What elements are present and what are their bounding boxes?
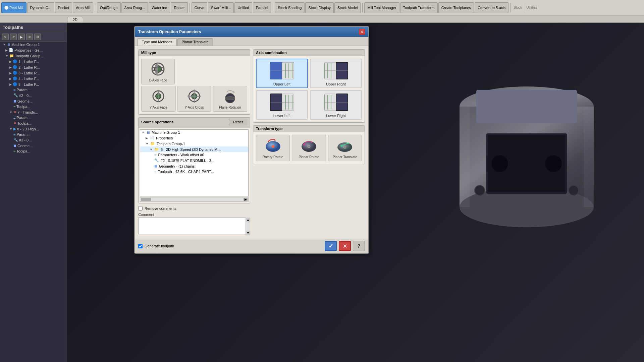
toolbar-btn-unified[interactable]: Unified [234,2,252,13]
l5-expand: ▶ [9,83,12,86]
transform-rotary-rotate[interactable]: Rotary Rotate [256,135,290,161]
tree-properties[interactable]: ▶ 📄 Properties - Ge... [0,47,67,53]
ops-tree-machine-group[interactable]: ▼ 🖥 Machine Group-1 [140,130,248,135]
param3-icon: 🔧 [13,138,18,142]
upper-right-icon [323,61,350,81]
comment-vscroll[interactable]: ▲ ▼ [246,218,250,235]
tree-machine-group[interactable]: ▼ 🖥 Machine Group-1 [0,42,67,47]
ops-tree-op6[interactable]: ▼ 📁 6 - 2D High Speed (2D Dynamic Mi... [140,146,248,152]
sidebar-btn-play[interactable]: ▶ [18,34,25,40]
toolbar-btn-area-rough[interactable]: Area Roug... [121,2,148,13]
toolbar-btn-stock-model[interactable]: Stock Model [334,2,361,13]
ops-tree-op6-tool[interactable]: 🔧 #2 - 0.1875 FLAT ENDMILL - 3... [140,158,248,163]
tree-transform7[interactable]: ▼ ✕ 7 - Transfo... [0,109,67,115]
y-axis-face-icon [150,88,167,104]
tree-toolpath-group[interactable]: ▼ 📁 Toolpath Group... [0,53,67,59]
lathe2-icon: 🔵 [13,65,17,69]
tool1-icon: ≈ [13,105,15,109]
toolbar-btn-create-toolplanes[interactable]: Create Toolplanes [438,2,474,13]
ops-tree-op6-param[interactable]: ≡ Parameters - Work offset #0 [140,152,248,158]
toolbar-btn-stock-display[interactable]: Stock Display [305,2,334,13]
comment-textarea[interactable] [138,218,250,234]
tree-param2[interactable]: 🔧 #2 - 0... [0,93,67,98]
sidebar-btn-settings[interactable]: ⚙ [34,34,41,40]
tree-lathe5[interactable]: ▶ 🔵 5 - Lathe F... [0,81,67,87]
axis-combo-section: Axis combination [253,49,365,123]
tree-geom1[interactable]: ◼ Geome... [0,98,67,104]
tree-tool2[interactable]: ≈ Toolpa... [0,148,67,154]
axis-upper-left[interactable]: Upper Left [256,59,308,88]
dialog-footer: Generate toolpath ✓ ✕ ? [135,239,368,253]
help-button[interactable]: ? [353,241,365,251]
toolbar-btn-stock-shading[interactable]: Stock Shading [275,2,305,13]
axis-lower-left[interactable]: Lower Left [256,90,308,120]
sidebar-btn-cursor[interactable]: ↗ [10,34,17,40]
tree-tool1[interactable]: ≈ Toolpa... [0,104,67,109]
toolbar-btn-pocket[interactable]: Pocket [55,2,72,13]
axis-upper-right[interactable]: Upper Right [310,59,362,88]
ops-props-icon: 📄 [150,136,154,140]
mill-type-plane-rotation[interactable]: Plane Rotation [213,86,247,112]
transform-planar-rotate[interactable]: Planar Rotate [292,135,326,161]
ops-tree-op6-path[interactable]: ≈ Toolpath - 42.6K - CHAP4-PART... [140,169,248,174]
toolbar-btn-swarf-mill[interactable]: Swarf Milli... [208,2,234,13]
mill-type-c-axis-face[interactable]: C-Axis Face [141,59,175,84]
tree-geom2[interactable]: ◼ Geome... [0,143,67,148]
toolbar-btn-raster[interactable]: Raster [171,2,187,13]
toolbar-btn-dynamic-c[interactable]: Dynamic C... [27,2,54,13]
reset-button[interactable]: Reset [229,119,247,125]
comment-section: Comment ▲ ▼ [138,213,250,235]
toolbar-btn-parallel[interactable]: Parallel [253,2,271,13]
cancel-button[interactable]: ✕ [339,241,351,251]
tab-type-methods[interactable]: Type and Methods [138,38,177,46]
tree-param-8[interactable]: ≡ Param... [0,132,67,137]
l1-expand: ▶ [9,60,12,63]
ops-expand-tg: ▼ [146,142,149,145]
toolbar-btn-waterline[interactable]: Waterline [149,2,170,13]
ops-tree-props[interactable]: ▶ 📄 Properties [140,135,248,141]
dialog-two-col: Mill type [138,49,365,235]
transform-planar-translate[interactable]: Planar Translate [328,135,362,161]
ops-expand-op6: ▼ [150,148,153,151]
tree-param-t[interactable]: ≡ Param... [0,115,67,120]
tree-op8[interactable]: ▼ ▶ 8 - 2D High... [0,126,67,132]
sidebar-btn-arrow[interactable]: ↖ [2,34,9,40]
tab-planar-translate[interactable]: Planar Translate [177,38,213,46]
ops-tree-op6-geom[interactable]: ◼ Geometry - (1) chains [140,163,248,169]
source-ops-section: Source operations Reset ▼ 🖥 [138,117,250,203]
toolbar-btn-curve[interactable]: Curve [192,2,207,13]
tree-lathe4[interactable]: ▶ 🔵 4 - Lathe F... [0,76,67,81]
ok-button[interactable]: ✓ [325,241,337,251]
toolbar-btn-optirough[interactable]: OptiRough [97,2,121,13]
tree-param1[interactable]: ≡ Param... [0,87,67,93]
remove-comments-checkbox[interactable] [138,206,143,210]
upper-left-label: Upper Left [273,82,290,86]
source-ops-body: ▼ 🖥 Machine Group-1 ▶ 📄 Properties [139,128,250,203]
toolpath-t-icon: ✕ [13,121,16,125]
source-ops-header-bar: Source operations Reset [139,118,250,128]
ops-tree[interactable]: ▼ 🖥 Machine Group-1 ▶ 📄 Properties [140,129,249,196]
ops-expand-mg: ▼ [142,131,145,134]
tree-lathe1[interactable]: ▶ 🔵 1 - Lathe F... [0,59,67,64]
ops-tree-toolpath-group[interactable]: ▼ 📁 Toolpath Group-1 [140,141,248,146]
source-ops-label: Source operations [141,120,174,124]
tree-param3[interactable]: 🔧 #3 - 0... [0,137,67,143]
generate-toolpath-checkbox[interactable] [138,244,143,248]
tab-2d[interactable]: 2D [67,17,83,22]
tree-lathe3[interactable]: ▶ 🔵 3 - Lathe R... [0,70,67,76]
transform-type-section: Transform type [253,125,365,164]
mill-type-y-axis-cross[interactable]: Y-Axis Cross [177,86,212,112]
toolbar-btn-toolpath-transform[interactable]: Toolpath Transform [400,2,438,13]
ops-tree-hscroll[interactable]: ▶ [140,197,249,202]
mill-type-y-axis-face[interactable]: Y-Axis Face [141,86,176,112]
axis-lower-right[interactable]: Lower Right [310,90,362,120]
tree-lathe2[interactable]: ▶ 🔵 2 - Lathe R... [0,64,67,70]
geom1-icon: ◼ [13,99,16,103]
toolbar-btn-convert-5axis[interactable]: Convert to 5-axis [475,2,508,13]
toolbar-btn-area-mill[interactable]: Area Mill [73,2,93,13]
tree-toolpath-t[interactable]: ✕ Toolpa... [0,120,67,126]
dialog-close-button[interactable]: ✕ [359,29,365,35]
sidebar-btn-stop[interactable]: ✕ [26,34,33,40]
toolbar-btn-peel-mill[interactable]: ⬤ Peel Mill [1,2,26,13]
toolbar-btn-mill-tool-mgr[interactable]: Mill Tool Manager [364,2,399,13]
